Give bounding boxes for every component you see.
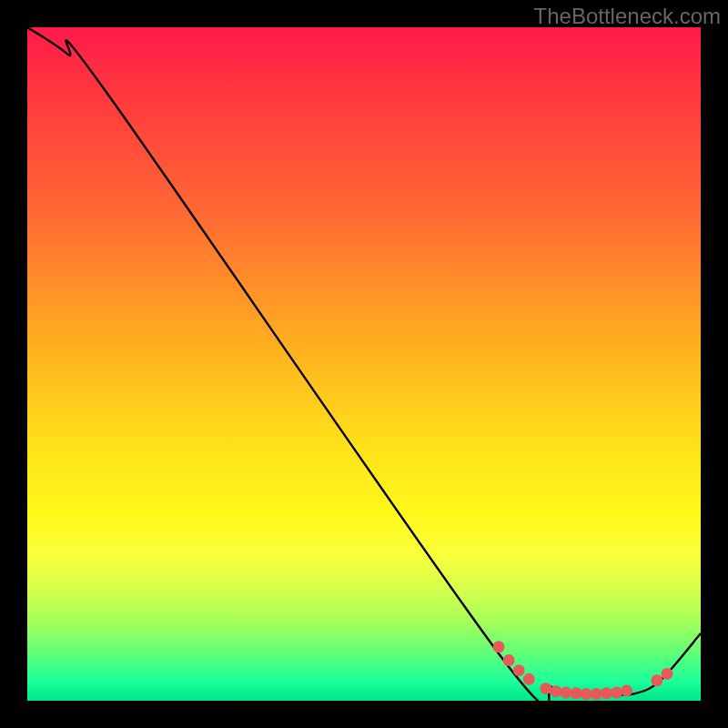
- data-marker: [550, 685, 561, 697]
- data-marker: [601, 687, 612, 699]
- data-marker: [581, 688, 592, 700]
- plot-area: [27, 27, 701, 701]
- data-marker: [540, 682, 551, 694]
- data-marker: [493, 641, 505, 652]
- data-marker: [571, 687, 582, 699]
- chart-svg: [27, 27, 701, 701]
- data-marker: [591, 688, 602, 700]
- data-marker: [611, 687, 622, 699]
- watermark-text: TheBottleneck.com: [534, 4, 721, 29]
- data-marker: [621, 684, 632, 696]
- data-marker: [513, 664, 525, 676]
- data-marker: [662, 668, 673, 680]
- data-marker: [561, 687, 572, 699]
- data-marker: [503, 654, 515, 666]
- data-marker: [523, 673, 535, 685]
- data-marker: [651, 674, 662, 686]
- chart-frame: TheBottleneck.com: [0, 0, 728, 728]
- curve-path: [27, 27, 701, 701]
